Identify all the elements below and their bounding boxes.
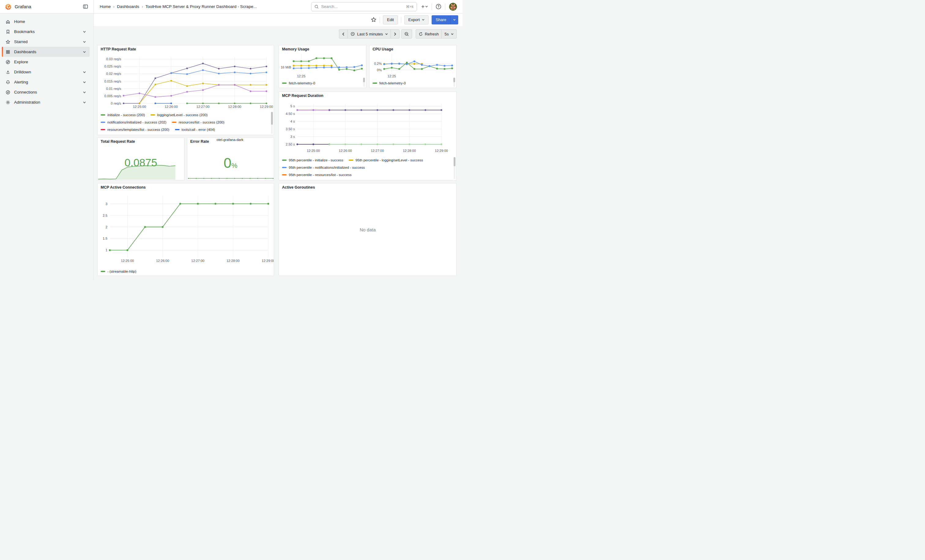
legend-scrollbar[interactable] (453, 78, 455, 87)
brand-name: Grafana (15, 4, 31, 9)
new-menu-button[interactable]: + (421, 2, 428, 11)
search-input[interactable] (321, 4, 406, 9)
sidebar-item-alerting[interactable]: Alerting (2, 77, 90, 87)
sidebar-item-explore[interactable]: Explore (2, 57, 90, 67)
memory-usage-chart[interactable]: 12:2516 MiB (279, 52, 366, 78)
legend-item[interactable]: 95th percentile - initialize - success (282, 158, 343, 162)
legend-item[interactable]: notifications/initialized - success (202… (101, 120, 166, 124)
legend-item[interactable]: 95th percentile - logging/setLevel - suc… (349, 158, 423, 162)
svg-text:12:26:00: 12:26:00 (156, 259, 169, 263)
user-avatar[interactable] (449, 3, 457, 11)
refresh-button[interactable]: Refresh (416, 29, 442, 39)
sidebar-item-administration[interactable]: Administration (2, 97, 90, 107)
cpu-usage-chart[interactable]: 12:250.2%0% (369, 52, 456, 78)
legend-item[interactable]: tools/call - error (404) (175, 128, 215, 131)
mcp-request-duration-chart[interactable]: 12:25:0012:26:0012:27:0012:28:0012:29:00… (279, 100, 456, 155)
panel-title[interactable]: Total Request Rate (101, 140, 135, 144)
panel-title[interactable]: MCP Active Connections (101, 185, 146, 189)
legend-swatch (349, 159, 353, 161)
export-button[interactable]: Export (404, 15, 429, 24)
legend-item[interactable]: resources/templates/list - success (200) (101, 128, 169, 131)
toolbar-divider (401, 17, 401, 23)
sidebar-item-dashboards[interactable]: Dashboards (2, 47, 90, 57)
chevron-down-icon[interactable] (83, 81, 86, 84)
cpu-legend: fetch-telemetry-0 (372, 80, 452, 87)
refresh-interval-picker[interactable]: 5s (441, 29, 457, 39)
svg-text:0.02 req/s: 0.02 req/s (106, 72, 121, 75)
chevron-down-icon[interactable] (83, 41, 86, 44)
panel-title[interactable]: HTTP Request Rate (101, 47, 136, 51)
panel-title[interactable]: Active Goroutines (282, 185, 315, 189)
svg-text:3 s: 3 s (290, 135, 295, 138)
breadcrumb-home[interactable]: Home (100, 4, 111, 9)
svg-text:12:27:00: 12:27:00 (196, 105, 209, 108)
legend-swatch (101, 114, 105, 116)
no-data-message: No data (279, 227, 456, 232)
zoom-out-time-button[interactable] (401, 29, 412, 39)
legend-item[interactable]: fetch-telemetry-0 (282, 81, 315, 85)
legend-item[interactable]: resources/list - success (200) (172, 120, 224, 124)
sidebar-item-label: Explore (14, 60, 28, 64)
chevron-down-icon[interactable] (83, 101, 86, 104)
chevron-down-icon[interactable] (83, 71, 86, 74)
panel-cpu-usage: CPU Usage 12:250.2%0% fetch-telemetry-0 (369, 45, 457, 88)
legend-item[interactable]: 95th percentile - resources/list - succe… (282, 173, 351, 177)
search-icon (315, 5, 319, 9)
legend-item[interactable]: fetch-telemetry-0 (372, 81, 405, 85)
bookmark-icon (6, 29, 11, 34)
legend-item[interactable]: 95th percentile - notifications/initiali… (282, 166, 365, 169)
chevron-down-icon (422, 18, 425, 21)
edit-button[interactable]: Edit (383, 15, 398, 24)
sidebar-item-connections[interactable]: Connections (2, 87, 90, 97)
sidebar-item-home[interactable]: Home (2, 17, 90, 27)
breadcrumb-dashboards[interactable]: Dashboards (117, 4, 139, 9)
grafana-app: Grafana Home › Dashboards › ToolHive MCP… (0, 0, 462, 280)
legend-scrollbar[interactable] (363, 78, 365, 87)
breadcrumb-current: ToolHive MCP Server & Proxy Runner Dashb… (146, 4, 257, 9)
legend-swatch (372, 83, 377, 84)
legend-item[interactable]: logging/setLevel - success (200) (151, 113, 208, 117)
svg-text:0.01 req/s: 0.01 req/s (106, 87, 121, 90)
favorite-star-button[interactable] (371, 17, 377, 23)
time-shift-forward-button[interactable] (391, 29, 399, 39)
drilldown-icon (6, 70, 11, 75)
toolbar-divider (380, 17, 380, 23)
legend-scrollbar[interactable] (453, 157, 455, 179)
sidebar-item-label: Connections (14, 90, 37, 95)
dashboard-actionbar: Edit Export Share (93, 14, 462, 26)
error-rate-sparkline[interactable] (188, 174, 274, 180)
search-input-box[interactable]: ⌘+k (311, 2, 417, 11)
svg-text:3: 3 (105, 202, 107, 206)
panel-title[interactable]: CPU Usage (372, 47, 393, 51)
legend-item[interactable]: - (streamable-http) (101, 270, 136, 273)
time-range-picker[interactable]: Last 5 minutes (348, 29, 391, 39)
mcp-active-connections-chart[interactable]: 12:25:0012:26:0012:27:0012:28:0012:29:00… (98, 191, 274, 267)
sidebar-item-bookmarks[interactable]: Bookmarks (2, 27, 90, 37)
time-shift-back-button[interactable] (339, 29, 348, 39)
panel-title[interactable]: MCP Request Duration (282, 93, 323, 98)
chevron-down-icon[interactable] (83, 91, 86, 94)
share-menu-button[interactable] (450, 15, 458, 24)
sidebar-collapse-icon[interactable] (82, 3, 89, 11)
http-request-rate-chart[interactable]: 12:25:0012:26:0012:27:0012:28:0012:29:00… (98, 53, 274, 111)
chevron-down-icon[interactable] (83, 30, 86, 33)
panel-title[interactable]: Memory Usage (282, 47, 309, 51)
connections-icon (6, 90, 11, 95)
legend-scrollbar[interactable] (271, 112, 273, 134)
svg-text:3.50 s: 3.50 s (286, 127, 295, 131)
svg-text:0.025 req/s: 0.025 req/s (104, 65, 121, 68)
svg-text:2: 2 (105, 225, 107, 229)
chevron-down-icon (451, 33, 453, 36)
svg-text:4.50 s: 4.50 s (286, 112, 295, 116)
help-button[interactable]: ? (435, 2, 441, 11)
compass-icon (6, 60, 11, 65)
chevron-down-icon[interactable] (83, 50, 86, 54)
sidebar-item-drilldown[interactable]: Drilldown (2, 67, 90, 77)
panel-title[interactable]: Error Rate (190, 140, 209, 144)
legend-item[interactable]: initialize - success (200) (101, 113, 145, 117)
sidebar-item-starred[interactable]: Starred (2, 37, 90, 47)
header-main-area: Home › Dashboards › ToolHive MCP Server … (93, 0, 462, 13)
search-shortcut-hint: ⌘+k (406, 5, 414, 9)
share-button[interactable]: Share (432, 15, 450, 24)
duration-legend: 95th percentile - initialize - success95… (282, 156, 452, 180)
